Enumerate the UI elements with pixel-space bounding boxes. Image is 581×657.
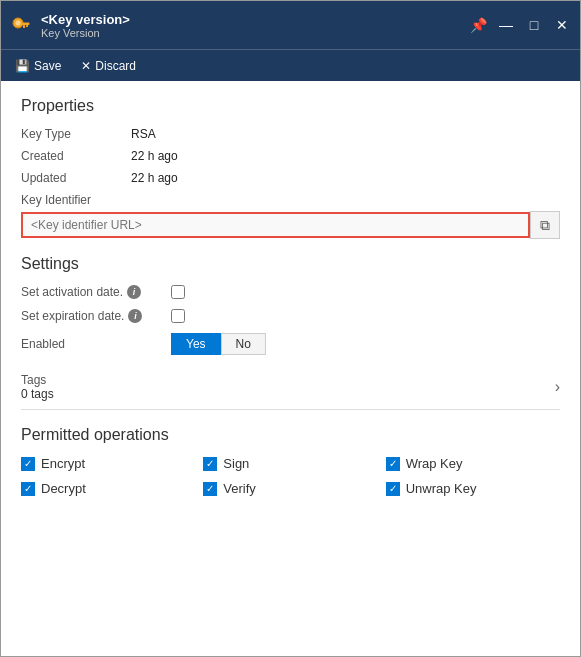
key-identifier-label: Key Identifier [21, 193, 560, 207]
save-label: Save [34, 59, 61, 73]
close-button[interactable]: ✕ [552, 15, 572, 35]
toggle-yes-button[interactable]: Yes [171, 333, 221, 355]
permitted-title: Permitted operations [21, 426, 560, 444]
svg-rect-3 [26, 25, 28, 27]
updated-label: Updated [21, 171, 131, 185]
save-icon: 💾 [15, 59, 30, 73]
key-identifier-input[interactable] [21, 212, 530, 238]
key-identifier-row: ⧉ [21, 211, 560, 239]
tags-row[interactable]: Tags 0 tags › [21, 365, 560, 410]
operation-wrap-key: Wrap Key [386, 456, 560, 471]
save-button[interactable]: 💾 Save [9, 57, 67, 75]
created-row: Created 22 h ago [21, 149, 560, 163]
tags-count: 0 tags [21, 387, 54, 401]
window-title: <Key version> [41, 12, 130, 27]
copy-icon: ⧉ [540, 217, 550, 234]
svg-rect-2 [22, 23, 30, 26]
title-text: <Key version> Key Version [41, 12, 130, 39]
window-subtitle: Key Version [41, 27, 130, 39]
expiration-row: Set expiration date. i [21, 309, 560, 323]
decrypt-checkbox[interactable] [21, 482, 35, 496]
wrap-key-label: Wrap Key [406, 456, 463, 471]
discard-button[interactable]: ✕ Discard [75, 57, 142, 75]
operation-encrypt: Encrypt [21, 456, 195, 471]
minimize-button[interactable]: — [496, 15, 516, 35]
content-area: Properties Key Type RSA Created 22 h ago… [1, 81, 580, 656]
updated-row: Updated 22 h ago [21, 171, 560, 185]
verify-label: Verify [223, 481, 256, 496]
sign-checkbox[interactable] [203, 457, 217, 471]
operation-sign: Sign [203, 456, 377, 471]
key-type-label: Key Type [21, 127, 131, 141]
decrypt-label: Decrypt [41, 481, 86, 496]
expiration-label: Set expiration date. i [21, 309, 171, 323]
operation-verify: Verify [203, 481, 377, 496]
verify-checkbox[interactable] [203, 482, 217, 496]
created-label: Created [21, 149, 131, 163]
svg-point-1 [16, 21, 21, 26]
unwrap-key-label: Unwrap Key [406, 481, 477, 496]
encrypt-label: Encrypt [41, 456, 85, 471]
activation-info-icon[interactable]: i [127, 285, 141, 299]
unwrap-key-checkbox[interactable] [386, 482, 400, 496]
properties-title: Properties [21, 97, 560, 115]
settings-section: Settings Set activation date. i Set expi… [21, 255, 560, 355]
restore-button[interactable]: □ [524, 15, 544, 35]
activation-checkbox[interactable] [171, 285, 185, 299]
activation-row: Set activation date. i [21, 285, 560, 299]
properties-section: Properties Key Type RSA Created 22 h ago… [21, 97, 560, 239]
title-bar: <Key version> Key Version 📌 — □ ✕ [1, 1, 580, 49]
expiration-info-icon[interactable]: i [128, 309, 142, 323]
key-icon [9, 13, 33, 37]
enabled-toggle: Yes No [171, 333, 266, 355]
operations-grid: Encrypt Sign Wrap Key Decrypt Verif [21, 456, 560, 496]
toolbar: 💾 Save ✕ Discard [1, 49, 580, 81]
key-type-value: RSA [131, 127, 156, 141]
toggle-no-button[interactable]: No [221, 333, 266, 355]
created-value: 22 h ago [131, 149, 178, 163]
discard-label: Discard [95, 59, 136, 73]
settings-title: Settings [21, 255, 560, 273]
updated-value: 22 h ago [131, 171, 178, 185]
title-bar-controls: 📌 — □ ✕ [468, 15, 572, 35]
operation-decrypt: Decrypt [21, 481, 195, 496]
key-type-row: Key Type RSA [21, 127, 560, 141]
enabled-row: Enabled Yes No [21, 333, 560, 355]
sign-label: Sign [223, 456, 249, 471]
enabled-label: Enabled [21, 337, 171, 351]
tags-info: Tags 0 tags [21, 373, 54, 401]
discard-icon: ✕ [81, 59, 91, 73]
encrypt-checkbox[interactable] [21, 457, 35, 471]
permitted-operations-section: Permitted operations Encrypt Sign Wrap K… [21, 426, 560, 496]
main-window: <Key version> Key Version 📌 — □ ✕ 💾 Save… [0, 0, 581, 657]
operation-unwrap-key: Unwrap Key [386, 481, 560, 496]
svg-rect-4 [23, 25, 25, 28]
tags-title: Tags [21, 373, 54, 387]
copy-button[interactable]: ⧉ [530, 211, 560, 239]
pin-button[interactable]: 📌 [468, 15, 488, 35]
expiration-checkbox[interactable] [171, 309, 185, 323]
activation-label: Set activation date. i [21, 285, 171, 299]
tags-chevron-icon: › [555, 378, 560, 396]
title-bar-left: <Key version> Key Version [9, 12, 130, 39]
wrap-key-checkbox[interactable] [386, 457, 400, 471]
